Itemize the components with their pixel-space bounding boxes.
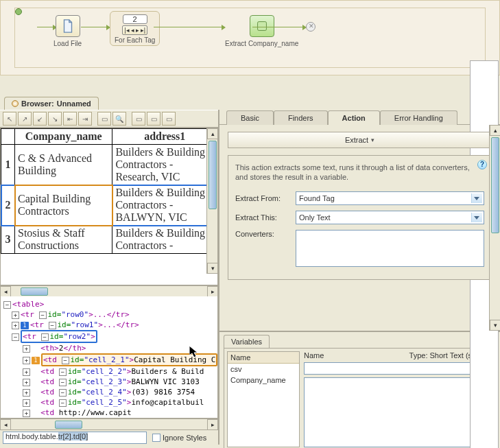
scroll-up-icon[interactable]: ▴ [490,125,500,136]
scroll-right-icon[interactable]: ▸ [207,419,218,430]
scroll-up-icon[interactable]: ▴ [207,128,218,139]
next-icon: ▸ [135,27,140,34]
extract-dropdown[interactable]: Extract [228,132,492,148]
svg-rect-1 [257,22,266,31]
cell-address: Builders & Building Contractors - Resear… [112,145,217,185]
browser-toolbar: ↖ ↗ ↙ ↘ ⇤ ⇥ ▭ 🔍 ▭ ▭ ▭ [0,110,218,128]
wf-arrow-2 [81,27,107,27]
wf-arrow-1 [37,27,53,27]
collapse-icon[interactable]: − [41,333,49,341]
variable-content-area[interactable] [304,377,492,447]
table-row[interactable]: 1 C & S Advanced Building Builders & Bui… [1,145,217,185]
browser-tab[interactable]: Browser: Unnamed [4,97,99,110]
expander-icon[interactable]: + [12,311,19,319]
extract-from-combo[interactable]: Found Tag [296,191,484,205]
file-icon [60,19,75,34]
variables-list-header: Name [228,352,299,364]
expander-icon[interactable]: + [23,410,30,417]
expander-icon[interactable]: + [23,368,30,376]
scroll-left-icon[interactable]: ◂ [0,419,11,430]
converters-list[interactable] [296,230,484,267]
variable-item[interactable]: Company_name [228,375,299,386]
help-icon[interactable]: ? [477,160,487,169]
variables-list[interactable]: Name csv Company_name [227,351,300,447]
expander-icon[interactable]: + [23,379,30,386]
tool2-button[interactable]: ▭ [147,112,160,126]
workflow-area: Load File 2 |◂ ◂ ▸ ▸| For Each Tag Extra… [0,0,500,75]
horizontal-scrollbar[interactable]: ◂ ▸ [0,285,218,296]
action-panel: Extract ? This action extracts some text… [219,125,500,331]
vertical-scrollbar[interactable]: ▴ ▾ [206,128,217,274]
expander-icon[interactable]: + [23,345,30,353]
variables-tab[interactable]: Variables [224,335,270,348]
zoom-button[interactable]: 🔍 [112,112,126,126]
nav-nw-button[interactable]: ↖ [3,112,16,126]
tab-finders[interactable]: Finders [274,110,328,125]
collapse-icon[interactable]: − [49,322,56,329]
variable-item[interactable]: csv [228,364,299,375]
action-vscroll[interactable]: ▴ ▾ [489,125,500,331]
browser-tab-prefix: Browser: [21,99,54,108]
svg-marker-0 [64,20,71,32]
table-row-selected[interactable]: 2 Capital Building Contractors Builders … [1,185,217,226]
nav-se-button[interactable]: ↘ [48,112,62,126]
action-groupbox: ? This action extracts some text, runs i… [228,155,492,280]
nav-ne-button[interactable]: ↗ [18,112,32,126]
tool1-button[interactable]: ▭ [132,112,145,126]
nav-right-button[interactable]: ⇥ [78,112,92,126]
cell-address: Builders & Building Contractors - [112,226,217,254]
window-button[interactable]: ▭ [97,112,111,126]
expander-icon[interactable]: + [23,389,30,397]
scroll-right-icon[interactable]: ▸ [207,286,218,297]
collapse-icon[interactable]: − [59,368,67,376]
expander-icon[interactable]: + [23,357,30,364]
collapse-icon[interactable]: − [59,399,67,407]
extract-this-combo[interactable]: Only Text [296,211,484,224]
converters-label: Converters: [235,230,290,238]
nav-sw-button[interactable]: ↙ [33,112,47,126]
variable-value-input[interactable] [304,362,492,375]
step-for-each-tag[interactable]: 2 |◂ ◂ ▸ ▸| For Each Tag [110,11,160,46]
cell-company: C & S Advanced Building [15,145,112,185]
tab-error-handling[interactable]: Error Handling [380,110,457,125]
workflow-start [15,8,22,15]
wf-arrow-3 [154,27,222,27]
source-tree[interactable]: −<table> +<tr −id="row0">...</tr> +1<tr … [0,296,218,418]
collapse-icon[interactable]: − [62,357,69,364]
extract-from-label: Extract From: [235,194,290,202]
collapse-icon[interactable]: − [39,311,47,319]
table-row[interactable]: 3 Stosius & Staff Constructions Builders… [1,226,217,254]
combo-value: Only Text [299,213,331,222]
node-tr2-selected[interactable]: <tr −id="row2"> [21,330,97,343]
expander-icon[interactable]: − [3,301,11,309]
tool3-button[interactable]: ▭ [162,112,176,126]
nav-left-button[interactable]: ⇤ [63,112,77,126]
step-label: Extract Company_name [225,40,298,47]
browser-tab-icon [12,100,19,107]
step-label: Load File [53,40,82,47]
collapse-icon[interactable]: − [59,389,67,397]
variable-detail: Name Type: Short Text (simple) [304,351,492,447]
tab-basic[interactable]: Basic [226,110,274,125]
checkbox-label: Ignore Styles [163,434,206,442]
path-input[interactable]: html.body.table.tr[2].td[0] [3,432,147,444]
variables-panel: Variables Name csv Company_name Name Typ… [219,331,500,448]
source-hscroll[interactable]: ◂ ▸ [0,418,218,429]
scroll-down-icon[interactable]: ▾ [207,263,218,274]
workflow-end: ✕ [306,22,316,32]
expander-icon[interactable]: + [23,399,30,407]
step-load-file[interactable]: Load File [53,15,82,47]
expander-icon[interactable]: + [12,322,19,329]
tab-action[interactable]: Action [328,110,380,125]
scroll-down-icon[interactable]: ▾ [490,320,500,331]
cell-company-selected: Capital Building Contractors [15,185,112,226]
node-td-selected[interactable]: <td −id="cell_2_1">Capital Building C [41,353,217,366]
header-rownum [1,129,15,145]
expander-icon[interactable]: − [12,333,19,341]
ignore-styles-checkbox[interactable]: Ignore Styles [152,434,206,442]
rendered-table[interactable]: Company_name address1 1 C & S Advanced B… [0,128,218,285]
chevron-down-icon [474,197,479,200]
collapse-icon[interactable]: − [59,379,67,386]
scroll-left-icon[interactable]: ◂ [0,286,11,297]
step-extract-company-name[interactable]: Extract Company_name [225,15,298,47]
